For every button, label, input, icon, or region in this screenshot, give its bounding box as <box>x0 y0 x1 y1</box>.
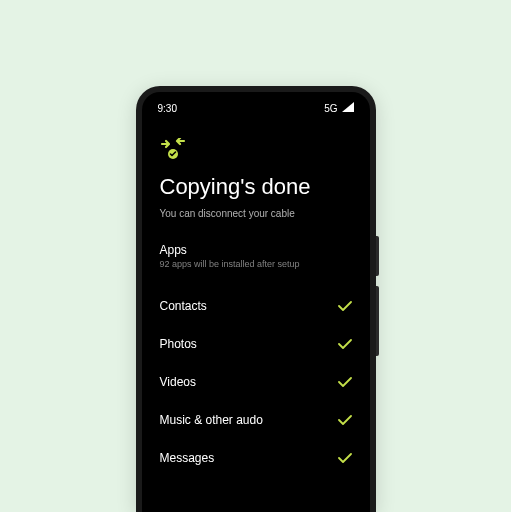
list-label: Music & other audo <box>160 413 263 427</box>
apps-section-subtitle: 92 apps will be installed after setup <box>160 259 352 269</box>
list-item-photos: Photos <box>160 325 352 363</box>
list-label: Messages <box>160 451 215 465</box>
list-label: Contacts <box>160 299 207 313</box>
phone-screen: 9:30 5G Copying's done <box>142 92 370 512</box>
apps-section: Apps 92 apps will be installed after set… <box>160 243 352 269</box>
apps-section-title: Apps <box>160 243 352 257</box>
check-icon <box>338 449 352 467</box>
page-subtitle: You can disconnect your cable <box>160 208 352 219</box>
check-icon <box>338 411 352 429</box>
network-label: 5G <box>324 103 337 114</box>
check-icon <box>338 335 352 353</box>
signal-icon <box>342 102 354 114</box>
volume-button <box>376 236 379 276</box>
page-title: Copying's done <box>160 174 352 200</box>
power-button <box>376 286 379 356</box>
transfer-done-icon <box>160 138 184 162</box>
status-bar: 9:30 5G <box>142 92 370 118</box>
status-right: 5G <box>324 102 353 114</box>
check-icon <box>338 297 352 315</box>
list-item-videos: Videos <box>160 363 352 401</box>
status-time: 9:30 <box>158 103 177 114</box>
check-icon <box>338 373 352 391</box>
list-item-music: Music & other audo <box>160 401 352 439</box>
list-label: Photos <box>160 337 197 351</box>
list-label: Videos <box>160 375 196 389</box>
phone-frame: 9:30 5G Copying's done <box>136 86 376 512</box>
main-content: Copying's done You can disconnect your c… <box>142 118 370 477</box>
list-item-contacts: Contacts <box>160 287 352 325</box>
list-item-messages: Messages <box>160 439 352 477</box>
